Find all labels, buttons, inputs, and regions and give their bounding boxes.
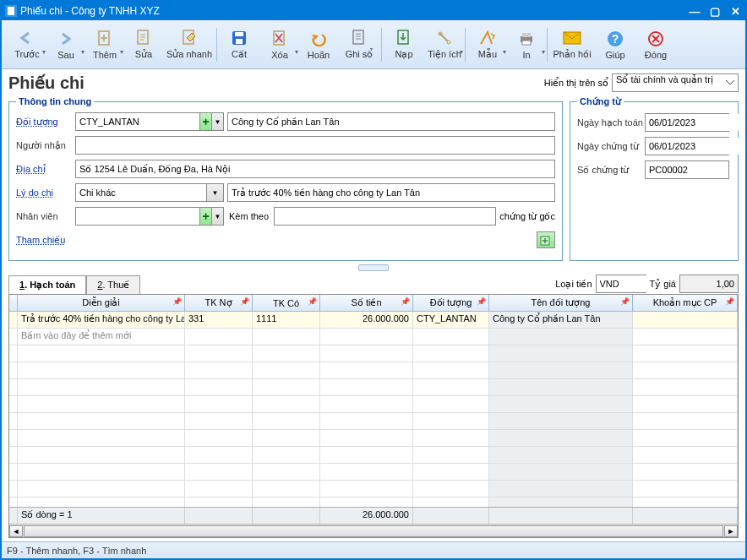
save-icon [230, 29, 248, 47]
address-label[interactable]: Địa chỉ [16, 164, 75, 175]
rate-label: Tỷ giá [650, 279, 676, 290]
grid-body[interactable]: Trả trước 40% tiền hàng cho công ty La 3… [9, 312, 738, 507]
col-debit-acc[interactable]: TK Nợ📌 [185, 295, 253, 311]
receiver-label: Người nhận [16, 140, 75, 151]
voucher-date-label: Ngày chứng từ [577, 141, 645, 152]
reason-dropdown-icon[interactable]: ▼ [206, 184, 223, 201]
mail-icon [563, 29, 581, 47]
scroll-right-icon[interactable]: ► [724, 525, 738, 537]
table-row[interactable]: Trả trước 40% tiền hàng cho công ty La 3… [9, 312, 738, 329]
status-text: F9 - Thêm nhanh, F3 - Tìm nhanh [7, 546, 146, 556]
reason-code-input[interactable] [76, 184, 206, 201]
voucher-legend: Chứng từ [577, 96, 624, 107]
utility-icon [435, 29, 454, 47]
general-info-group: Thông tin chung Đối tượng + ▼ Người nhận… [8, 96, 563, 261]
quickedit-button[interactable]: Sửa nhanh [164, 23, 215, 67]
post-icon [350, 29, 368, 47]
feedback-button[interactable]: Phản hồi [549, 23, 595, 67]
undo-icon [309, 30, 328, 48]
prev-button[interactable]: Trước [7, 23, 47, 67]
col-subject-name[interactable]: Tên đối tượng📌 [489, 295, 633, 311]
col-credit-acc[interactable]: TK Có📌 [253, 295, 320, 311]
reference-label[interactable]: Tham chiếu [16, 235, 75, 246]
post-date-input[interactable]: ▼ [645, 113, 729, 132]
delete-icon [270, 30, 289, 48]
save-button[interactable]: Cất [219, 23, 259, 67]
svg-point-11 [447, 41, 450, 44]
tab-accounting[interactable]: 1. Hạch toán [8, 275, 86, 294]
reason-label[interactable]: Lý do chi [16, 188, 75, 198]
subject-code-input[interactable] [76, 113, 199, 130]
close-button[interactable]: Đóng [635, 23, 676, 67]
address-input[interactable] [75, 160, 555, 178]
minimize-button[interactable]: — [688, 5, 701, 18]
page-title: Phiếu chi [8, 73, 85, 93]
subject-label[interactable]: Đối tượng [16, 117, 75, 128]
voucher-date-input[interactable]: ▼ [645, 137, 729, 155]
add-button[interactable]: Thêm [85, 23, 125, 67]
col-cost-item[interactable]: Khoản mục CP📌 [633, 295, 738, 311]
rate-input [679, 275, 739, 293]
print-icon [517, 30, 536, 48]
edit-button[interactable]: Sửa [123, 23, 164, 67]
post-button[interactable]: Ghi sổ [339, 23, 379, 67]
reason-text-input[interactable] [227, 183, 555, 202]
load-button[interactable]: Nạp [384, 23, 424, 67]
reason-code-combo[interactable]: ▼ [75, 183, 224, 202]
employee-input[interactable] [76, 208, 199, 225]
add-row-placeholder[interactable]: Bấm vào đây để thêm mới [9, 329, 738, 345]
template-button[interactable]: Mẫu [467, 23, 508, 67]
subject-dropdown-icon[interactable]: ▼ [211, 113, 223, 130]
title-bar: Phiếu chi - Công ty TNHH XYZ — ▢ ✕ [2, 2, 745, 20]
attach-label: Kèm theo [229, 211, 269, 221]
row-count: Số dòng = 1 [18, 508, 185, 524]
arrow-left-icon [18, 29, 36, 47]
expand-handle[interactable] [8, 263, 739, 273]
close-window-button[interactable]: ✕ [728, 5, 742, 18]
total-amount: 26.000.000 [320, 508, 413, 524]
main-content: Phiếu chi Hiển thị trên sổ Sổ tài chính … [2, 69, 745, 541]
subject-add-icon[interactable]: + [199, 113, 211, 130]
scroll-thumb[interactable] [24, 525, 723, 537]
reference-add-button[interactable] [537, 231, 555, 248]
utility-button[interactable]: Tiện ích [424, 23, 465, 67]
voucher-no-label: Số chứng từ [577, 165, 645, 176]
accounting-grid: Diễn giải📌 TK Nợ📌 TK Có📌 Số tiền📌 Đối tư… [8, 294, 739, 538]
horizontal-scrollbar[interactable]: ◄ ► [9, 524, 738, 537]
svg-rect-8 [353, 30, 363, 44]
attach-input[interactable] [274, 207, 496, 226]
subject-code-combo[interactable]: + ▼ [75, 112, 224, 131]
svg-rect-5 [235, 32, 243, 36]
arrow-right-icon [57, 30, 75, 48]
help-button[interactable]: ?Giúp [595, 23, 635, 67]
grid-footer: Số dòng = 1 26.000.000 [9, 507, 738, 524]
next-button[interactable]: Sau [46, 23, 86, 67]
svg-rect-6 [236, 39, 243, 44]
scroll-left-icon[interactable]: ◄ [9, 525, 23, 537]
window-title: Phiếu chi - Công ty TNHH XYZ [20, 5, 688, 17]
main-toolbar: Trước▾ Sau▾ Thêm▾ Sửa Sửa nhanh Cất Xóa▾… [2, 20, 745, 69]
tab-tax[interactable]: 2. Thuế [86, 275, 140, 294]
col-amount[interactable]: Số tiền📌 [320, 295, 413, 311]
voucher-no-input[interactable] [645, 160, 729, 179]
print-button[interactable]: In [506, 23, 547, 67]
col-description[interactable]: Diễn giải📌 [18, 295, 185, 311]
employee-combo[interactable]: + ▼ [75, 207, 224, 226]
undo-button[interactable]: Hoãn [298, 23, 339, 67]
subject-name-input[interactable] [227, 112, 555, 131]
svg-text:?: ? [612, 32, 619, 46]
currency-combo[interactable]: ▼ [596, 275, 646, 293]
employee-label: Nhân viên [16, 211, 75, 221]
currency-label: Loại tiền [555, 279, 592, 290]
col-subject[interactable]: Đối tượng📌 [413, 295, 489, 311]
receiver-input[interactable] [75, 136, 555, 155]
display-on-select[interactable]: Sổ tài chính và quản trị [612, 73, 739, 92]
post-date-label: Ngày hạch toán [577, 117, 645, 128]
svg-rect-13 [522, 33, 531, 37]
delete-button[interactable]: Xóa [259, 23, 300, 67]
doc-quickedit-icon [180, 29, 199, 47]
detail-tabs: 1. Hạch toán 2. Thuế [8, 275, 555, 294]
employee-add-icon[interactable]: + [199, 208, 211, 225]
maximize-button[interactable]: ▢ [708, 5, 722, 18]
employee-dropdown-icon[interactable]: ▼ [211, 208, 223, 225]
